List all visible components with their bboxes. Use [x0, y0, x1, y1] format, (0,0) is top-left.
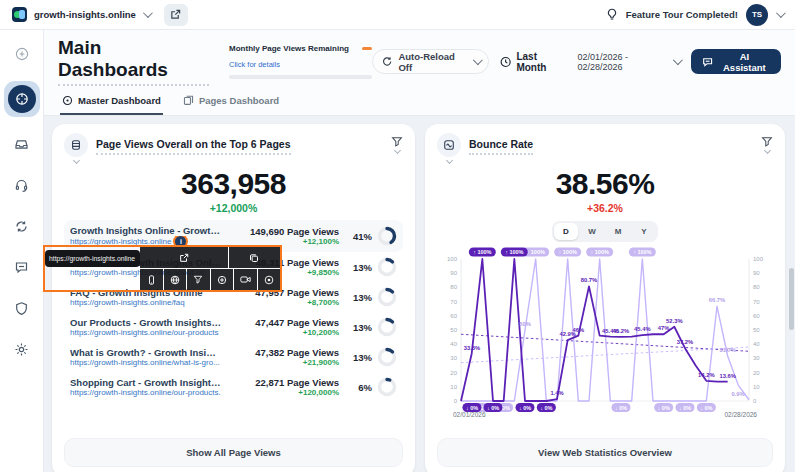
range-option-month[interactable]: M [606, 223, 630, 240]
tab-pages-dashboard[interactable]: Pages Dashboard [181, 91, 281, 115]
target-button[interactable] [211, 269, 234, 290]
server-list-icon [70, 139, 82, 151]
sidebar-item-settings[interactable] [8, 335, 36, 363]
open-external-link-icon [179, 253, 189, 263]
current-period-point-label: 33.3% [464, 345, 480, 351]
pageview-row[interactable]: Shopping Cart - Growth Insights Online h… [64, 372, 403, 402]
y-tick-label: 50 [450, 327, 457, 333]
shield-icon [14, 301, 29, 316]
sidebar-item-chat[interactable] [8, 253, 36, 281]
copy-button[interactable] [229, 247, 280, 268]
previous-period-pill-text: ↑ 100% [633, 249, 651, 255]
previous-period-pill-text: ↓ 0% [658, 405, 670, 411]
chevron-down-icon[interactable] [72, 157, 79, 164]
feature-tour-status: Feature Tour Completed! [626, 9, 738, 20]
sync-gear-icon [14, 219, 29, 234]
page-header: Main Dashboards Monthly Page Views Remai… [44, 30, 795, 91]
x-end-label: 02/28/2026 [724, 411, 757, 418]
pageviews-card-icon [64, 133, 88, 157]
chevron-down-icon[interactable] [445, 157, 452, 164]
sidebar-item-security[interactable] [8, 294, 36, 322]
page-url-link[interactable]: https://growth-insights.online/our-produ… [70, 328, 221, 337]
y-tick-label: 10 [753, 384, 760, 390]
pageviews-total: 363,958 [52, 167, 415, 201]
share-donut-chart [377, 257, 397, 277]
chevron-down-icon [143, 8, 153, 18]
lightbulb-icon [606, 8, 618, 21]
current-period-pill-text: ↓ 0% [519, 405, 531, 411]
mobile-view-button[interactable] [140, 269, 163, 290]
page-url-link[interactable]: https://growth-insights.online/faq [70, 298, 221, 307]
avatar-chevron-icon[interactable] [776, 8, 786, 18]
previous-period-point-label: 31.7% [719, 347, 735, 353]
pageview-row[interactable]: What is Growth? - Growth Insights Online… [64, 342, 403, 372]
y-tick-label: 80 [450, 284, 457, 290]
page-url-link[interactable]: https://growth-insights.online/what-is-g… [70, 358, 221, 367]
current-period-pill-text: ↑ 100% [473, 249, 491, 255]
page-scrollbar[interactable] [789, 268, 794, 330]
page-url-link[interactable]: https://growth-insights.online/our-produ… [70, 388, 221, 397]
date-range-picker[interactable]: 02/01/2026 - 02/28/2026 [578, 52, 680, 72]
current-period-pill-text: ↑ 100% [505, 249, 523, 255]
pageview-row[interactable]: Our Products - Growth Insights Online ht… [64, 312, 403, 342]
page-views-value: 47,382 Page Views [227, 347, 339, 358]
current-period-point-label: 45.2% [613, 328, 629, 334]
previous-period-pill-text: ↑ 100% [590, 249, 608, 255]
page-title: Main Dashboards [58, 37, 209, 86]
sidebar-item-dashboards[interactable] [4, 81, 40, 117]
ai-assistant-button[interactable]: AI Assistant [691, 49, 781, 74]
y-tick-label: 60 [450, 313, 457, 319]
ai-assistant-label: AI Assistant [719, 51, 770, 73]
sidebar-item-calls[interactable] [8, 171, 36, 199]
quota-label: Monthly Page Views Remaining [229, 44, 349, 53]
current-period-point-label: 13.6% [719, 373, 735, 379]
video-button[interactable] [234, 269, 257, 290]
quota-details-link[interactable]: Click for details [229, 60, 280, 69]
page-share-percent: 41% [353, 231, 372, 242]
filter-funnel-icon [193, 275, 203, 284]
range-option-year[interactable]: Y [632, 223, 656, 240]
bounce-rate-value: 38.56% [425, 167, 785, 201]
open-external-button[interactable] [140, 247, 228, 268]
page-views-value: 149,690 Page Views [227, 226, 339, 237]
y-tick-label: 0 [753, 398, 757, 404]
globe-button[interactable] [164, 269, 187, 290]
bounce-filter-button[interactable] [761, 133, 773, 153]
chat-assistant-icon [702, 56, 713, 68]
current-period-pill-text: ↓ 0% [466, 405, 478, 411]
tab-master-dashboard[interactable]: Master Dashboard [60, 91, 163, 115]
mobile-phone-icon [147, 275, 156, 285]
chevron-down-icon [763, 147, 770, 154]
url-tooltip: https://growth-insights.online [45, 250, 140, 267]
bounce-rate-chart: 0010102020303040405050606070708080909010… [435, 244, 775, 422]
current-period-point-label: 47% [658, 325, 670, 331]
activity-wave-icon [443, 139, 455, 151]
sidebar-expand-button[interactable] [8, 40, 36, 68]
site-switcher[interactable]: growth-insights.online [12, 7, 150, 22]
bounce-card-title: Bounce Rate [469, 138, 533, 155]
range-option-day[interactable]: D [554, 223, 578, 240]
auto-reload-label: Auto-Reload Off [398, 51, 466, 73]
range-option-week[interactable]: W [580, 223, 604, 240]
period-selector[interactable]: Last Month [500, 51, 566, 73]
pageviews-filter-button[interactable] [391, 133, 403, 153]
filter-button[interactable] [187, 269, 210, 290]
top-bar: growth-insights.online Feature Tour Comp… [0, 0, 795, 30]
refresh-icon [382, 56, 392, 67]
sidebar-item-inbox[interactable] [8, 130, 36, 158]
auto-reload-toggle[interactable]: Auto-Reload Off [372, 49, 489, 74]
quota-marker-icon [362, 47, 372, 50]
view-web-statistics-button[interactable]: View Web Statistics Overview [437, 438, 773, 467]
external-link-icon [170, 9, 181, 20]
date-range-value: 02/01/2026 - 02/28/2026 [578, 52, 670, 72]
master-dashboard-icon [62, 95, 73, 106]
open-site-button[interactable] [164, 4, 188, 26]
pages-dashboard-icon [183, 95, 194, 106]
y-tick-label: 70 [753, 299, 760, 305]
user-avatar[interactable]: TS [746, 4, 768, 26]
record-button[interactable] [258, 269, 281, 290]
page-views-value: 47,447 Page Views [227, 317, 339, 328]
sidebar-item-automations[interactable] [8, 212, 36, 240]
y-tick-label: 80 [753, 284, 760, 290]
show-all-pageviews-button[interactable]: Show All Page Views [64, 438, 403, 467]
